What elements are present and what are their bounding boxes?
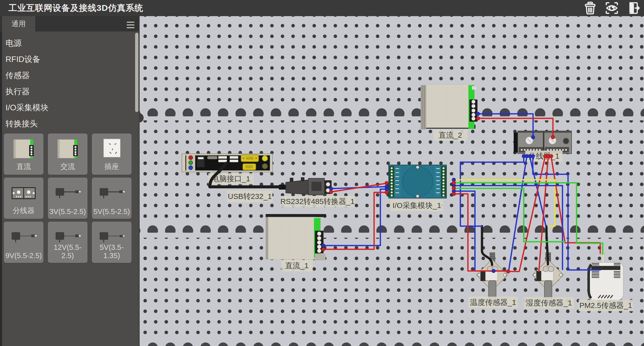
palette-item-splitter[interactable]: 分线器 <box>4 177 44 219</box>
ac-power-icon <box>53 137 83 162</box>
device-dc-power-1[interactable] <box>266 214 326 260</box>
palette-item-socket[interactable]: 插座 <box>92 133 132 175</box>
svg-text:PM2.5传感器_1: PM2.5传感器_1 <box>579 301 632 309</box>
palette-item-ac[interactable]: 交流 <box>48 133 88 175</box>
palette-item-5v-small[interactable]: 5V(3.5-1.35) <box>92 221 132 263</box>
trash-icon <box>583 1 597 15</box>
device-label-humidity: 湿度传感器_1 <box>524 297 574 309</box>
exit-door-icon <box>626 1 640 15</box>
device-splitter-1[interactable] <box>514 131 572 154</box>
device-dc-power-2[interactable] <box>421 84 477 129</box>
category-list: 电源 RFID设备 传感器 执行器 I/O采集模块 转换接头 <box>0 31 139 132</box>
category-item-adapter[interactable]: 转换接头 <box>0 116 139 132</box>
device-label-io-module: I/O采集模块_1 <box>390 200 443 211</box>
category-item-actuator[interactable]: 执行器 <box>0 83 139 99</box>
tab-row: 通用 <box>0 16 139 31</box>
svg-text:电脑接口_1: 电脑接口_1 <box>212 175 250 183</box>
palette-item-label: 分线器 <box>4 206 44 216</box>
palette-item-9v[interactable]: 9V(5.5-2.5) <box>4 221 44 263</box>
svg-text:USB转232_1: USB转232_1 <box>228 192 272 200</box>
svg-text:RS232转485转换器_1: RS232转485转换器_1 <box>280 197 354 205</box>
delete-button[interactable] <box>583 1 597 15</box>
power-adapter-icon <box>97 182 127 206</box>
menu-icon[interactable] <box>127 22 134 30</box>
category-item-io-module[interactable]: I/O采集模块 <box>0 99 139 116</box>
device-label-usb232: USB转232_1 <box>227 191 272 202</box>
tab-general[interactable]: 通用 <box>2 16 35 31</box>
category-item-power[interactable]: 电源 <box>0 35 139 51</box>
app-title: 工业互联网设备及接线3D仿真系统 <box>9 2 143 14</box>
palette-item-label: 插座 <box>92 162 132 172</box>
dc-power-icon <box>9 137 39 162</box>
svg-text:I/O采集模块_1: I/O采集模块_1 <box>392 201 441 210</box>
device-label-pm25: PM2.5传感器_1 <box>579 300 633 311</box>
svg-text:直流_1: 直流_1 <box>285 261 308 270</box>
pegboard-hole-row-1 <box>139 108 644 119</box>
device-label-temp: 温度传感器_1 <box>468 297 518 308</box>
device-label-dc2: 直流_2 <box>433 130 467 141</box>
palette-item-label: 12V(5.5-2.5) <box>48 243 88 260</box>
svg-text:温度传感器_1: 温度传感器_1 <box>470 298 516 306</box>
palette-item-3v[interactable]: 3V(5.5-2.5) <box>48 177 88 219</box>
splitter-icon <box>9 182 39 206</box>
eye-focus-icon <box>605 1 619 15</box>
palette-item-5v[interactable]: 5V(5.5-2.5) <box>92 177 132 219</box>
palette-item-12v[interactable]: 12V(5.5-2.5) <box>48 221 88 263</box>
palette-item-label: 3V(5.5-2.5) <box>48 207 88 216</box>
device-label-rs232-485: RS232转485转换器_1 <box>280 196 355 207</box>
category-item-rfid[interactable]: RFID设备 <box>0 51 139 67</box>
power-adapter-icon <box>9 226 39 250</box>
palette-item-dc[interactable]: 直流 <box>4 133 44 175</box>
device-label-dc1: 直流_1 <box>281 260 313 271</box>
pegboard-hole-row-3 <box>139 338 644 346</box>
category-item-sensor[interactable]: 传感器 <box>0 67 139 83</box>
title-bar: 工业互联网设备及接线3D仿真系统 <box>0 0 644 16</box>
palette-item-label: 5V(3.5-1.35) <box>92 243 132 260</box>
tab-general-label: 通用 <box>12 19 26 29</box>
device-palette: 直流 交流 <box>4 133 132 263</box>
palette-item-label: 交流 <box>48 162 88 172</box>
palette-item-label: 5V(5.5-2.5) <box>92 207 132 216</box>
svg-text:直流_2: 直流_2 <box>438 131 462 139</box>
power-adapter-icon <box>53 182 83 206</box>
socket-icon <box>97 137 127 162</box>
palette-item-label: 9V(5.5-2.5) <box>4 252 44 260</box>
sidebar-scrollbar[interactable] <box>135 33 138 112</box>
exit-button[interactable] <box>626 1 640 15</box>
palette-item-label: 直流 <box>4 162 44 172</box>
svg-text:湿度传感器_1: 湿度传感器_1 <box>526 299 572 307</box>
device-io-module-1[interactable] <box>389 165 447 198</box>
app-window: 直流_2 分线器_1 电脑接口_1 USB转232_1 RS232转485转换器… <box>0 0 644 346</box>
device-library-panel: 通用 电源 RFID设备 传感器 执行器 I/O采集模块 转换接头 <box>0 16 140 346</box>
focus-view-button[interactable] <box>605 1 619 15</box>
